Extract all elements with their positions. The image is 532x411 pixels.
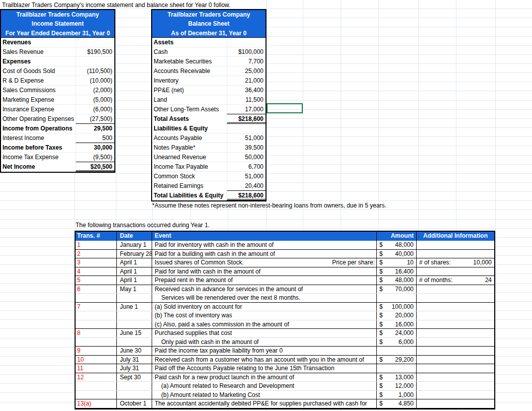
transaction-row[interactable]: 3April 1Issued shares of Common Stock.Pr…: [76, 258, 494, 267]
statement-row[interactable]: Total Assets$218,600: [152, 114, 265, 124]
transaction-date[interactable]: April 1: [117, 267, 152, 276]
account-value[interactable]: $190,500: [76, 47, 114, 56]
account-value[interactable]: (10,000): [76, 76, 114, 85]
account-value[interactable]: 30,000: [76, 143, 114, 152]
account-value[interactable]: (9,500): [76, 153, 114, 162]
transaction-row[interactable]: 11July 31Paid off the Accounts Payable r…: [76, 364, 494, 373]
statement-row[interactable]: Liabilities & Equity: [152, 124, 265, 133]
transaction-number[interactable]: 7: [76, 303, 117, 311]
transaction-number[interactable]: [76, 338, 117, 347]
transaction-date[interactable]: [117, 382, 152, 390]
transaction-number[interactable]: [76, 391, 117, 399]
transaction-additional-info[interactable]: [417, 399, 494, 408]
transaction-date[interactable]: [117, 391, 152, 399]
account-label[interactable]: Liabilities & Equity: [152, 124, 227, 133]
account-label[interactable]: Accounts Payable: [152, 133, 227, 143]
statement-row[interactable]: Net Income$20,500: [1, 162, 114, 172]
transaction-event[interactable]: Prepaid rent in the amount of: [152, 276, 377, 285]
transaction-amount[interactable]: $20,000: [377, 311, 417, 320]
account-label[interactable]: Inventory: [152, 76, 227, 85]
statement-row[interactable]: R & D Expense(10,000): [1, 76, 114, 86]
transaction-amount[interactable]: $16,400: [377, 267, 417, 276]
account-label[interactable]: Sales Commissions: [1, 86, 76, 95]
transaction-event[interactable]: Received cash in advance for services in…: [152, 285, 377, 294]
transaction-additional-info[interactable]: # of shares:10,000: [417, 258, 494, 267]
statement-row[interactable]: Marketable Securities7,700: [152, 57, 265, 66]
transaction-amount[interactable]: $13,000: [377, 373, 417, 382]
transaction-row[interactable]: 12Sept 30Paid cash for a new product lau…: [76, 373, 494, 382]
account-value[interactable]: 11,500: [227, 95, 265, 104]
account-value[interactable]: 51,000: [227, 133, 265, 143]
transaction-amount[interactable]: $70,000: [377, 285, 417, 294]
transaction-row[interactable]: 9June 30Paid the income tax payable liab…: [76, 347, 494, 356]
account-label[interactable]: Expenses: [1, 57, 76, 66]
account-value[interactable]: [76, 38, 114, 47]
account-label[interactable]: Common Stock: [152, 172, 227, 181]
transaction-number[interactable]: [76, 382, 117, 390]
transaction-date[interactable]: January 1: [117, 241, 152, 249]
transaction-additional-info[interactable]: [417, 373, 494, 382]
account-label[interactable]: Cash: [152, 47, 227, 56]
transaction-amount[interactable]: $100,000: [377, 303, 417, 311]
account-label[interactable]: Assets: [152, 38, 227, 47]
statement-row[interactable]: Accounts Receivable25,000: [152, 66, 265, 76]
column-header-additional-info[interactable]: Additional Information: [417, 232, 494, 241]
account-value[interactable]: 39,500: [227, 143, 265, 152]
transaction-date[interactable]: [117, 311, 152, 320]
transaction-number[interactable]: [76, 320, 117, 329]
account-value[interactable]: 6,700: [227, 162, 265, 171]
account-label[interactable]: Income Tax Payable: [152, 162, 227, 171]
transaction-date[interactable]: February 28: [117, 250, 152, 258]
transaction-row[interactable]: (b) Amount related to Marketing Cost$1,0…: [76, 391, 494, 400]
statement-row[interactable]: Interest Income500: [1, 133, 114, 143]
transaction-additional-info[interactable]: [417, 338, 494, 347]
transaction-additional-info[interactable]: [417, 267, 494, 276]
account-value[interactable]: $218,600: [227, 191, 265, 200]
transaction-amount[interactable]: [377, 364, 417, 373]
transaction-event[interactable]: Services will be renendered over the nex…: [152, 294, 377, 302]
transaction-amount[interactable]: $12,000: [377, 382, 417, 390]
statement-row[interactable]: Insurance Expense(6,000): [1, 105, 114, 114]
transaction-additional-info[interactable]: [417, 285, 494, 294]
statement-row[interactable]: Retained Earnings20,400: [152, 181, 265, 191]
account-label[interactable]: Unearned Revenue: [152, 153, 227, 162]
statement-row[interactable]: Sales Revenue$190,500: [1, 47, 114, 57]
account-value[interactable]: 29,500: [76, 124, 114, 133]
transaction-event[interactable]: Paid for a building with cash in the amo…: [152, 250, 377, 258]
transaction-amount[interactable]: $6,000: [377, 338, 417, 347]
transaction-row[interactable]: 2February 28Paid for a building with cas…: [76, 250, 494, 259]
transaction-event[interactable]: (c) Also, paid a sales commission in the…: [152, 320, 377, 329]
account-label[interactable]: Retained Earnings: [152, 181, 227, 191]
transaction-amount[interactable]: $1,000: [377, 391, 417, 399]
account-label[interactable]: PP&E (net): [152, 86, 227, 95]
column-header-date[interactable]: Date: [117, 232, 152, 241]
transaction-amount[interactable]: [377, 347, 417, 355]
account-value[interactable]: 21,000: [227, 76, 265, 85]
transaction-amount[interactable]: $29,200: [377, 356, 417, 364]
account-value[interactable]: 36,400: [227, 86, 265, 95]
statement-row[interactable]: Notes Payable*39,500: [152, 143, 265, 153]
account-value[interactable]: $218,600: [227, 114, 265, 124]
statement-row[interactable]: Assets: [152, 38, 265, 47]
transaction-date[interactable]: May 1: [117, 285, 152, 294]
transaction-row[interactable]: Only paid with cash in the amount of$6,0…: [76, 338, 494, 347]
transaction-event[interactable]: (a) Amount related to Research and Devel…: [152, 382, 377, 390]
transaction-additional-info[interactable]: [417, 364, 494, 373]
column-header-amount[interactable]: Amount: [377, 232, 417, 241]
account-label[interactable]: Marketable Securities: [152, 57, 227, 66]
account-label[interactable]: Income from Operations: [1, 124, 76, 133]
account-value[interactable]: (2,000): [76, 86, 114, 95]
account-label[interactable]: Cost of Goods Sold: [1, 66, 76, 76]
statement-row[interactable]: Income before Taxes30,000: [1, 143, 114, 153]
account-label[interactable]: Other Long-Term Assets: [152, 105, 227, 114]
account-value[interactable]: [227, 124, 265, 133]
account-value[interactable]: [227, 38, 265, 47]
transaction-number[interactable]: 11: [76, 364, 117, 373]
transaction-event[interactable]: Paid off the Accounts Payable relating t…: [152, 364, 377, 373]
transaction-date[interactable]: June 1: [117, 303, 152, 311]
account-label[interactable]: Sales Revenue: [1, 47, 76, 56]
account-label[interactable]: Other Operating Expenses: [1, 114, 76, 124]
transaction-event[interactable]: Paid for land with cash in the amount of: [152, 267, 377, 276]
transaction-amount[interactable]: $48,000: [377, 241, 417, 249]
account-label[interactable]: Revenues: [1, 38, 76, 47]
